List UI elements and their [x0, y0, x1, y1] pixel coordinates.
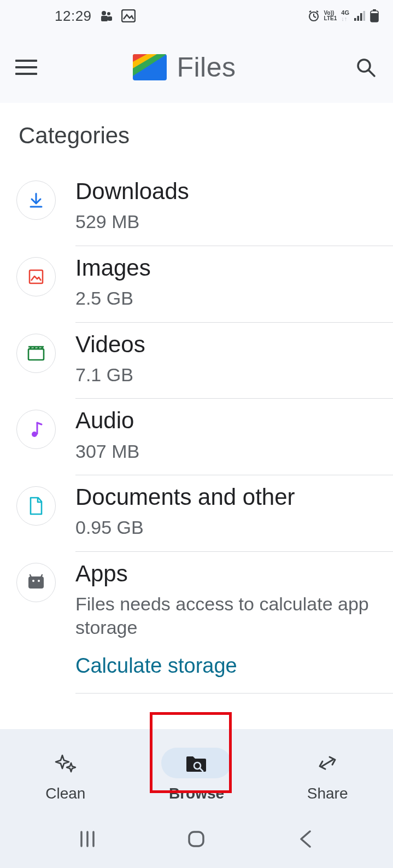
nav-label: Browse [169, 785, 224, 802]
svg-rect-13 [363, 11, 366, 21]
svg-line-22 [369, 71, 374, 76]
category-size: 7.1 GB [75, 363, 374, 387]
video-icon [16, 334, 56, 373]
bottom-nav: Clean Browse [0, 729, 393, 815]
category-name: Videos [75, 331, 374, 358]
download-icon [16, 180, 56, 220]
status-clock: 12:29 [55, 8, 92, 25]
home-button[interactable] [180, 823, 213, 855]
category-name: Images [75, 255, 374, 281]
category-apps[interactable]: Apps Files needs access to calculate app… [16, 552, 393, 694]
svg-line-9 [316, 11, 318, 12]
volte-icon: Vo))LTE1 [324, 10, 337, 21]
network-4g-icon: 4G↓↑ [341, 10, 349, 22]
top-app-bar: Files [0, 32, 393, 103]
gallery-icon [121, 9, 136, 22]
category-name: Audio [75, 407, 374, 434]
svg-rect-25 [30, 270, 43, 283]
image-icon [16, 257, 56, 296]
recents-button[interactable] [71, 823, 104, 855]
status-bar: 12:29 Vo))LTE1 4G↓↑ [0, 0, 393, 32]
category-name: Downloads [75, 178, 374, 205]
svg-rect-36 [28, 576, 44, 589]
svg-line-7 [314, 16, 316, 18]
category-name: Apps [75, 561, 374, 587]
category-documents[interactable]: Documents and other 0.95 GB [16, 475, 393, 552]
category-images[interactable]: Images 2.5 GB [16, 246, 393, 323]
svg-line-8 [309, 11, 311, 12]
signal-icon [354, 10, 366, 21]
teams-icon [99, 10, 114, 22]
sparkle-icon [52, 750, 79, 776]
battery-icon [370, 9, 379, 22]
category-size: 307 MB [75, 440, 374, 463]
category-videos[interactable]: Videos 7.1 GB [16, 323, 393, 399]
svg-rect-26 [28, 349, 44, 360]
nav-label: Clean [45, 785, 85, 802]
category-audio[interactable]: Audio 307 MB [16, 399, 393, 475]
svg-line-43 [322, 760, 333, 766]
svg-point-37 [32, 580, 34, 582]
svg-rect-10 [354, 18, 356, 21]
bottom-area: Clean Browse [0, 729, 393, 868]
category-name: Documents and other [75, 484, 374, 510]
content-area: Categories Downloads 529 MB Images 2.5 G… [0, 103, 393, 694]
nav-browse[interactable]: Browse [147, 744, 245, 806]
svg-rect-3 [108, 16, 112, 21]
share-icon [314, 752, 341, 774]
category-size: 2.5 GB [75, 287, 374, 310]
browse-folder-icon [183, 752, 209, 774]
svg-rect-2 [101, 16, 108, 21]
status-right-icons: Vo))LTE1 4G↓↑ [308, 9, 379, 22]
nav-label: Share [307, 785, 348, 802]
calculate-storage-link[interactable]: Calculate storage [75, 654, 237, 681]
svg-point-38 [38, 580, 40, 582]
category-size: 0.95 GB [75, 516, 374, 539]
app-title-wrap: Files [15, 51, 354, 83]
alarm-icon [308, 10, 320, 22]
svg-point-35 [32, 432, 37, 437]
svg-point-21 [358, 60, 370, 72]
back-button[interactable] [289, 823, 322, 855]
categories-heading: Categories [0, 113, 393, 170]
svg-rect-12 [360, 13, 362, 21]
categories-list: Downloads 529 MB Images 2.5 GB Video [0, 170, 393, 694]
svg-rect-47 [189, 832, 203, 846]
svg-rect-16 [371, 13, 378, 22]
search-button[interactable] [354, 55, 378, 79]
svg-point-0 [102, 11, 106, 15]
category-sub: Files needs access to calculate app stor… [75, 592, 374, 639]
audio-icon [16, 410, 56, 449]
system-nav [0, 815, 393, 868]
nav-share[interactable]: Share [278, 744, 377, 806]
svg-point-1 [107, 12, 110, 15]
files-logo-icon [133, 54, 167, 80]
svg-rect-11 [357, 16, 360, 21]
nav-clean[interactable]: Clean [16, 744, 115, 806]
category-downloads[interactable]: Downloads 529 MB [16, 170, 393, 246]
app-title: Files [177, 51, 236, 83]
category-size: 529 MB [75, 210, 374, 234]
apps-icon [16, 563, 56, 602]
document-icon [16, 486, 56, 526]
